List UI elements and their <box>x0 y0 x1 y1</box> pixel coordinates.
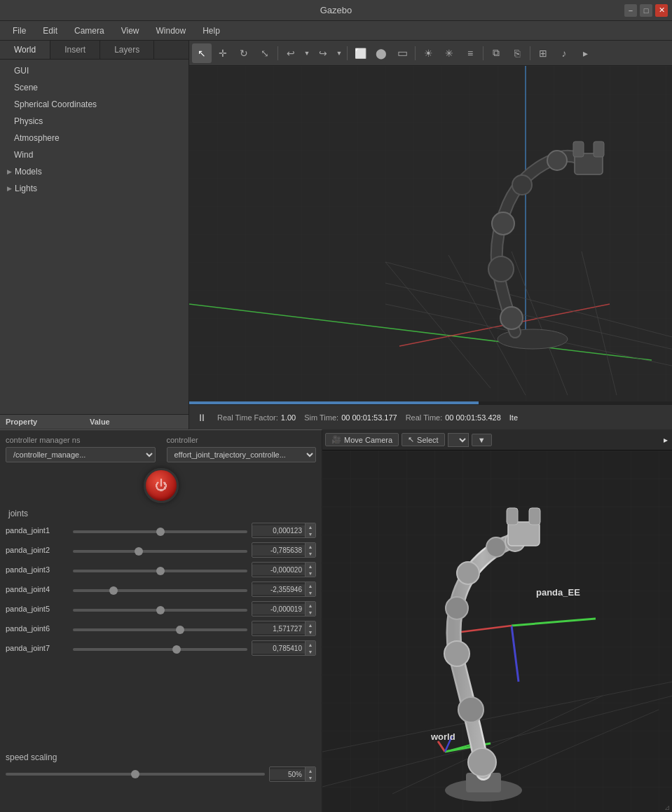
menu-help[interactable]: Help <box>196 24 227 38</box>
undo-button[interactable]: ↩ <box>281 43 301 63</box>
joint7-value[interactable] <box>252 643 305 654</box>
tree-container: GUI Scene Spherical Coordinates Physics … <box>0 60 188 414</box>
joint6-value[interactable] <box>252 624 305 634</box>
tree-item-atmosphere[interactable]: Atmosphere <box>0 130 188 146</box>
joint2-up[interactable]: ▲ <box>306 543 315 550</box>
joint2-slider[interactable] <box>73 550 247 553</box>
pause-button[interactable]: ⏸ <box>195 411 209 425</box>
undo-dropdown[interactable]: ▼ <box>302 43 312 63</box>
select-button[interactable]: ↖ Select <box>402 433 445 446</box>
joint3-value-container: ▲ ▼ <box>252 562 316 577</box>
power-button[interactable]: ⏻ <box>144 468 179 503</box>
ctrl-select[interactable]: effort_joint_trajectory_controlle... <box>167 447 317 462</box>
view-select[interactable] <box>448 433 469 447</box>
svg-rect-44 <box>508 522 540 546</box>
rotate-tool-button[interactable]: ↻ <box>234 43 254 63</box>
speed-slider[interactable] <box>6 773 265 776</box>
speed-value[interactable] <box>270 769 305 780</box>
joint2-value[interactable] <box>252 545 305 556</box>
cylinder-button[interactable]: ▭ <box>392 43 412 63</box>
dirlight-button[interactable]: ≡ <box>460 43 480 63</box>
joint6-up[interactable]: ▲ <box>306 621 315 628</box>
joint6-slider[interactable] <box>73 628 247 631</box>
joint3-spinner: ▲ ▼ <box>305 563 315 577</box>
menu-bar: File Edit Camera View Window Help <box>0 21 672 41</box>
close-button[interactable]: ✕ <box>655 4 668 17</box>
joint7-value-container: ▲ ▼ <box>252 640 316 656</box>
rtf-status: Real Time Factor: 1.00 <box>217 413 296 422</box>
menu-edit[interactable]: Edit <box>36 24 64 38</box>
audio-button[interactable]: ♪ <box>554 43 574 63</box>
expand-handle[interactable]: ▸ <box>664 435 668 445</box>
tree-item-gui[interactable]: GUI <box>0 62 188 79</box>
joint7-slider[interactable] <box>73 648 247 651</box>
property-col-header: Property <box>0 415 84 429</box>
joint4-slider[interactable] <box>73 589 247 592</box>
svg-rect-46 <box>529 508 540 525</box>
joint7-down[interactable]: ▼ <box>306 648 315 655</box>
joint3-value[interactable] <box>252 565 305 575</box>
value-col-header: Value <box>84 415 116 429</box>
joint2-spinner: ▲ ▼ <box>305 543 315 557</box>
joint7-spinner: ▲ ▼ <box>305 641 315 655</box>
joint5-up[interactable]: ▲ <box>306 602 315 609</box>
menu-view[interactable]: View <box>114 24 146 38</box>
tree-item-scene[interactable]: Scene <box>0 79 188 96</box>
resize-handle[interactable]: ⊿ <box>662 802 672 812</box>
joint2-down[interactable]: ▼ <box>306 550 315 557</box>
joint1-slider[interactable] <box>73 530 247 533</box>
joint4-up[interactable]: ▲ <box>306 582 315 589</box>
speed-slider-row: ▲ ▼ <box>6 766 316 782</box>
joint5-down[interactable]: ▼ <box>306 609 315 616</box>
joint5-value[interactable] <box>252 604 305 614</box>
speed-up[interactable]: ▲ <box>306 767 315 774</box>
joint3-down[interactable]: ▼ <box>306 570 315 577</box>
snap-button[interactable]: ⊞ <box>533 43 553 63</box>
joint4-value[interactable] <box>252 584 305 595</box>
paste-button[interactable]: ⎘ <box>507 43 527 63</box>
tree-item-wind[interactable]: Wind <box>0 146 188 163</box>
menu-file[interactable]: File <box>6 24 33 38</box>
tree-item-physics[interactable]: Physics <box>0 113 188 130</box>
tab-layers[interactable]: Layers <box>100 41 154 59</box>
minimize-button[interactable]: − <box>624 4 637 17</box>
pointlight-button[interactable]: ✳ <box>439 43 459 63</box>
select-tool-button[interactable]: ↖ <box>192 43 212 63</box>
main-scene[interactable] <box>189 66 672 404</box>
ns-select[interactable]: /controller_manage... <box>6 447 156 462</box>
joint6-down[interactable]: ▼ <box>306 628 315 635</box>
sphere-button[interactable]: ⬤ <box>371 43 391 63</box>
tree-item-spherical[interactable]: Spherical Coordinates <box>0 96 188 113</box>
secondary-scene[interactable]: panda_EE world ⊿ <box>322 450 672 812</box>
joint1-down[interactable]: ▼ <box>306 530 315 537</box>
joint5-slider[interactable] <box>73 609 247 612</box>
joints-scroll-area[interactable]: panda_joint1 ▲ ▼ panda_joint2 <box>6 523 316 747</box>
copy-button[interactable]: ⧉ <box>486 43 506 63</box>
move-camera-button[interactable]: 🎥 Move Camera <box>325 433 399 446</box>
translate-tool-button[interactable]: ✛ <box>213 43 233 63</box>
menu-window[interactable]: Window <box>149 24 193 38</box>
joint1-value[interactable] <box>252 525 305 536</box>
toolbar2-more[interactable]: ▼ <box>472 434 492 446</box>
box-button[interactable]: ⬜ <box>350 43 370 63</box>
tree-item-models[interactable]: ▶ Models <box>0 163 188 180</box>
maximize-button[interactable]: □ <box>640 4 652 17</box>
more-button[interactable]: ▸ <box>575 43 595 63</box>
svg-point-12 <box>498 329 568 349</box>
speed-down[interactable]: ▼ <box>306 774 315 781</box>
joint3-up[interactable]: ▲ <box>306 563 315 570</box>
joint4-down[interactable]: ▼ <box>306 589 315 596</box>
tab-world[interactable]: World <box>0 41 50 59</box>
joint7-up[interactable]: ▲ <box>306 641 315 648</box>
joint1-up[interactable]: ▲ <box>306 523 315 530</box>
redo-dropdown[interactable]: ▼ <box>334 43 344 63</box>
redo-button[interactable]: ↪ <box>313 43 333 63</box>
scale-tool-button[interactable]: ⤡ <box>255 43 275 63</box>
app-title: Gazebo <box>320 5 352 15</box>
tree-item-models-label: Models <box>15 165 42 178</box>
tree-item-lights[interactable]: ▶ Lights <box>0 180 188 197</box>
joint3-slider[interactable] <box>73 570 247 572</box>
menu-camera[interactable]: Camera <box>67 24 111 38</box>
tab-insert[interactable]: Insert <box>50 41 100 59</box>
light-button[interactable]: ☀ <box>418 43 438 63</box>
